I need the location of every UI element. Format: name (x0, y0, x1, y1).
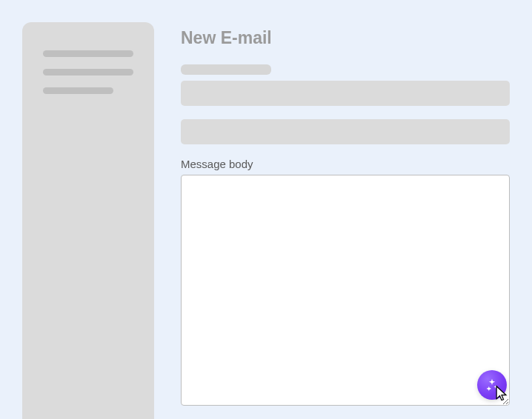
page-title: New E-mail (181, 28, 510, 48)
to-field[interactable] (181, 81, 510, 106)
compose-panel: New E-mail Message body (154, 22, 510, 419)
message-body-input[interactable] (181, 175, 510, 406)
sidebar (22, 22, 154, 419)
subject-field[interactable] (181, 119, 510, 144)
sidebar-item-skeleton (43, 50, 133, 57)
field-label-skeleton (181, 64, 271, 75)
ai-assist-button[interactable] (477, 370, 507, 400)
sparkle-icon (485, 378, 499, 392)
sidebar-item-skeleton (43, 87, 113, 94)
sidebar-item-skeleton (43, 69, 133, 76)
message-body-label: Message body (181, 158, 510, 170)
